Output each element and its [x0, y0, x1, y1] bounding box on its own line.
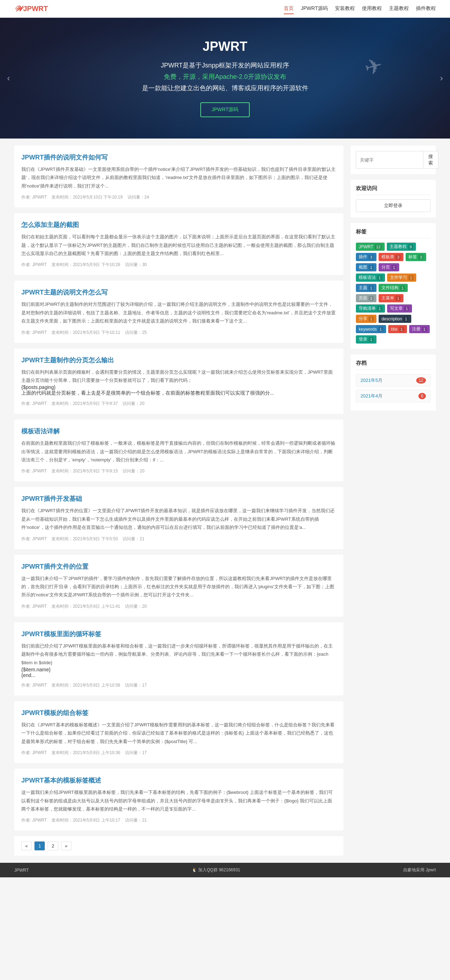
- main-nav: 首页JPWRT源码安装教程使用教程主题教程插件教程: [284, 3, 436, 14]
- tag-5[interactable]: 截图1: [356, 263, 377, 271]
- article-author-3: 作者: JPWRT: [21, 401, 47, 406]
- nav-item-首页[interactable]: 首页: [284, 3, 294, 14]
- tag-4[interactable]: 标签3: [405, 253, 426, 261]
- article-link-4[interactable]: 模板语法详解: [21, 428, 60, 435]
- article-date-2: 发布时间：2021年5月9日 下午10:11: [51, 330, 120, 335]
- hero-cta-button[interactable]: JPWRT源码: [200, 102, 250, 117]
- tag-9[interactable]: 主题1: [356, 284, 377, 292]
- article-card-2: JPWRT主题的说明文件怎么写 我们前面对JPWRT的主题制作的对方范围进行了较…: [14, 281, 343, 342]
- article-link-9[interactable]: JPWRT基本的模板标签概述: [21, 777, 101, 784]
- archive-link-0[interactable]: 2021年5月: [361, 377, 383, 383]
- article-excerpt-3: 我们在前列列表展示页面的模板时，会遇到需要分页的情况，主题里面分页怎么实现呢？这…: [21, 368, 336, 385]
- tag-label-7: 模板语法: [359, 275, 376, 281]
- search-widget: 搜索: [351, 146, 436, 174]
- tag-count-10: 1: [400, 286, 405, 291]
- nav-item-安装教程[interactable]: 安装教程: [335, 3, 355, 14]
- nav-item-主题教程[interactable]: 主题教程: [389, 3, 409, 14]
- article-link-0[interactable]: JPWRT插件的说明文件如何写: [21, 154, 108, 161]
- tag-18[interactable]: title1: [388, 325, 407, 333]
- login-button[interactable]: 立即登录: [356, 199, 431, 212]
- nav-item-使用教程[interactable]: 使用教程: [362, 3, 382, 14]
- tag-count-8: 1: [409, 275, 413, 280]
- pagination-page-2[interactable]: 2: [48, 842, 58, 850]
- article-link-7[interactable]: JPWRT模板里面的循环标签: [21, 630, 101, 638]
- tag-16[interactable]: description1: [378, 315, 411, 323]
- archive-item-0: 2021年5月 12: [356, 374, 431, 387]
- tag-3[interactable]: 模板类3: [378, 253, 404, 261]
- tag-10[interactable]: 文件结构1: [378, 284, 408, 292]
- pagination: « 1 2 »: [14, 836, 343, 856]
- article-link-3[interactable]: JPWRT主题制作的分页怎么输出: [21, 356, 114, 364]
- article-link-2[interactable]: JPWRT主题的说明文件怎么写: [21, 289, 108, 296]
- tag-6[interactable]: 分页1: [378, 263, 399, 271]
- main-container: JPWRT插件的说明文件如何写 我们在《JPWRT插件开发基础》一文里面使用系统…: [0, 138, 450, 863]
- tag-14[interactable]: 写文章1: [387, 304, 412, 313]
- article-meta-1: 作者: JPWRT 发布时间：2021年5月9日 下午10:26 访问量：30: [21, 262, 336, 268]
- tag-count-17: 1: [378, 327, 383, 332]
- article-link-8[interactable]: JPWRT模板的组合标签: [21, 710, 88, 716]
- hero-prev-button[interactable]: ‹: [7, 73, 10, 83]
- tag-label-6: 分页: [382, 264, 390, 270]
- nav-item-插件教程[interactable]: 插件教程: [416, 3, 436, 14]
- article-views-6: 访问量：20: [125, 604, 147, 609]
- article-excerpt-8: 我们在《JPWRT基本的模板标签概述》一文里面介绍了JPWRT模板制作需要用到的…: [21, 721, 336, 746]
- article-card-0: JPWRT插件的说明文件如何写 我们在《JPWRT插件开发基础》一文里面使用系统…: [14, 146, 343, 207]
- tag-2[interactable]: 插件3: [356, 253, 377, 261]
- tag-13[interactable]: 导购清单1: [356, 304, 385, 313]
- tag-label-20: 登录: [359, 336, 367, 342]
- tag-15[interactable]: 分享1: [356, 315, 377, 323]
- hero-title: JPWRT: [14, 39, 436, 54]
- article-link-6[interactable]: JPWRT插件文件的位置: [21, 563, 88, 570]
- tag-11[interactable]: 页面1: [356, 294, 377, 302]
- nav-item-JPWRT源码[interactable]: JPWRT源码: [301, 3, 328, 14]
- article-meta-3: 作者: JPWRT 发布时间：2021年5月9日 下午9:37 访问量：20: [21, 401, 336, 407]
- article-card-8: JPWRT模板的组合标签 我们在《JPWRT基本的模板标签概述》一文里面介绍了J…: [14, 701, 343, 763]
- article-date-8: 发布时间：2021年5月8日 上午10:36: [51, 750, 120, 755]
- pagination-next[interactable]: »: [61, 842, 72, 850]
- logo[interactable]: 𝒲 JPWRT: [14, 4, 48, 13]
- tag-1[interactable]: 主题教程9: [387, 243, 416, 251]
- tag-label-13: 导购清单: [359, 305, 376, 312]
- article-views-2: 访问量：25: [125, 330, 147, 335]
- tag-label-2: 插件: [359, 254, 367, 260]
- footer-qq: 🐧 加入QQ群 962166931: [192, 867, 240, 873]
- tags-widget: 标签 JPWRT12主题教程9插件3模板类3标签3截图1分页1模板语法1文件学习…: [351, 223, 436, 349]
- tag-19[interactable]: 注册1: [409, 325, 430, 333]
- tag-8[interactable]: 文件学习1: [387, 274, 416, 282]
- article-excerpt-4: 在前面的主题教程里面我们介绍了模板标签，一般来说，模板标签是用于直接输出内容的，…: [21, 439, 336, 464]
- tag-20[interactable]: 登录1: [356, 335, 377, 344]
- article-author-4: 作者: JPWRT: [21, 469, 47, 474]
- article-meta-7: 作者: JPWRT 发布时间：2021年5月8日 上午10:58 访问量：17: [21, 682, 336, 688]
- article-meta-5: 作者: JPWRT 发布时间：2021年5月9日 下午5:50 访问量：21: [21, 536, 336, 542]
- article-card-1: 怎么添加主题的截图 我们在初始主题的页面，可以看到每个主题都会显示一张表示这个主…: [14, 213, 343, 275]
- logo-icon: 𝒲: [14, 4, 22, 13]
- archive-widget: 存档 2021年5月 12 2021年4月 6: [351, 355, 436, 410]
- tag-0[interactable]: JPWRT12: [356, 243, 385, 251]
- tag-7[interactable]: 模板语法1: [356, 274, 385, 282]
- archive-container: 2021年5月 12 2021年4月 6: [356, 374, 431, 402]
- article-title-1: 怎么添加主题的截图: [21, 220, 336, 229]
- hero-banner: ✈ ‹ JPWRT JPWRT是基于Jsnpp框架开发的网站应用程序 免费，开源…: [0, 18, 450, 138]
- tag-17[interactable]: keywords1: [356, 325, 386, 333]
- article-date-6: 发布时间：2021年5月8日 上午11:41: [51, 604, 120, 609]
- article-link-5[interactable]: JPWRT插件开发基础: [21, 495, 82, 502]
- tag-count-3: 3: [396, 255, 401, 260]
- article-title-8: JPWRT模板的组合标签: [21, 708, 336, 717]
- article-link-1[interactable]: 怎么添加主题的截图: [21, 221, 79, 228]
- footer-qq-label: 加入QQ群: [198, 867, 218, 872]
- hero-next-button[interactable]: ›: [440, 73, 443, 83]
- tag-count-2: 3: [369, 255, 374, 260]
- search-button[interactable]: 搜索: [423, 151, 438, 169]
- article-card-7: JPWRT模板里面的循环标签 我们前面已经介绍了JPWRT模板里面的基本标签和组…: [14, 622, 343, 695]
- article-meta-6: 作者: JPWRT 发布时间：2021年5月8日 上午11:41 访问量：20: [21, 603, 336, 609]
- tag-label-18: title: [391, 327, 398, 332]
- tag-12[interactable]: 主菜单1: [378, 294, 404, 302]
- pagination-page-1[interactable]: 1: [35, 842, 45, 850]
- archive-link-1[interactable]: 2021年4月: [361, 393, 383, 399]
- search-input[interactable]: [356, 151, 423, 169]
- article-views-4: 访问量：20: [122, 469, 144, 474]
- tags-title: 标签: [356, 228, 431, 238]
- pagination-prev[interactable]: «: [21, 842, 32, 850]
- welcome-title: 欢迎访问: [356, 185, 431, 195]
- article-date-1: 发布时间：2021年5月9日 下午10:26: [51, 262, 120, 267]
